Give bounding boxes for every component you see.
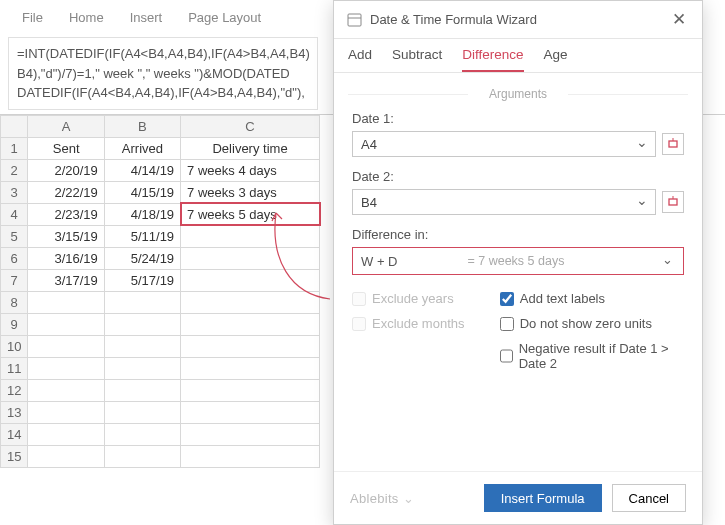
cell[interactable]	[181, 335, 320, 357]
cell[interactable]	[28, 401, 104, 423]
cell[interactable]	[104, 379, 180, 401]
date2-label: Date 2:	[352, 169, 684, 184]
cell[interactable]: 5/24/19	[104, 247, 180, 269]
cell[interactable]: 3/16/19	[28, 247, 104, 269]
row-header[interactable]: 14	[1, 423, 28, 445]
calendar-icon	[346, 12, 362, 28]
cell[interactable]: 7 weeks 3 days	[181, 181, 320, 203]
brand-menu[interactable]: Ablebits	[350, 491, 414, 506]
difference-in-value: W + D	[361, 254, 397, 269]
formula-bar[interactable]: =INT(DATEDIF(IF(A4<B4,A4,B4),IF(A4>B4,A4…	[8, 37, 318, 110]
row-header[interactable]: 9	[1, 313, 28, 335]
cell[interactable]	[104, 357, 180, 379]
close-button[interactable]: ✕	[668, 9, 690, 30]
date2-input[interactable]	[352, 189, 656, 215]
negative-result-checkbox[interactable]: Negative result if Date 1 > Date 2	[500, 341, 684, 371]
cell[interactable]: Delivery time	[181, 137, 320, 159]
cell[interactable]	[28, 445, 104, 467]
svg-rect-3	[669, 199, 677, 205]
tab-difference[interactable]: Difference	[462, 47, 523, 72]
add-text-labels-label: Add text labels	[520, 291, 605, 306]
row-header[interactable]: 5	[1, 225, 28, 247]
row-header[interactable]: 13	[1, 401, 28, 423]
row-header[interactable]: 10	[1, 335, 28, 357]
row-header[interactable]: 15	[1, 445, 28, 467]
cell[interactable]	[28, 423, 104, 445]
cell[interactable]	[28, 291, 104, 313]
selected-cell[interactable]: 7 weeks 5 days	[181, 203, 320, 225]
tab-subtract[interactable]: Subtract	[392, 47, 442, 72]
cell[interactable]: 3/15/19	[28, 225, 104, 247]
row-header[interactable]: 4	[1, 203, 28, 225]
row-header[interactable]: 7	[1, 269, 28, 291]
cell[interactable]: 3/17/19	[28, 269, 104, 291]
no-zero-units-checkbox[interactable]: Do not show zero units	[500, 316, 684, 331]
cell[interactable]	[181, 445, 320, 467]
cell[interactable]	[181, 247, 320, 269]
row-header[interactable]: 8	[1, 291, 28, 313]
cell[interactable]	[104, 423, 180, 445]
cell[interactable]	[181, 313, 320, 335]
row-header[interactable]: 2	[1, 159, 28, 181]
cell[interactable]	[181, 423, 320, 445]
cell[interactable]	[181, 357, 320, 379]
wizard-tabs: Add Subtract Difference Age	[334, 39, 702, 73]
cell[interactable]: 7 weeks 4 days	[181, 159, 320, 181]
ribbon-tab-file[interactable]: File	[22, 10, 43, 25]
cell[interactable]	[181, 269, 320, 291]
cell[interactable]	[104, 445, 180, 467]
cell[interactable]	[28, 335, 104, 357]
cancel-button[interactable]: Cancel	[612, 484, 686, 512]
cell[interactable]: Arrived	[104, 137, 180, 159]
row-header[interactable]: 1	[1, 137, 28, 159]
cell[interactable]: 5/11/19	[104, 225, 180, 247]
wizard-title: Date & Time Formula Wizard	[370, 12, 537, 27]
row-header[interactable]: 6	[1, 247, 28, 269]
cell[interactable]	[181, 401, 320, 423]
exclude-months-checkbox[interactable]: Exclude months	[352, 316, 494, 331]
insert-formula-button[interactable]: Insert Formula	[484, 484, 602, 512]
cell[interactable]: 4/14/19	[104, 159, 180, 181]
tab-add[interactable]: Add	[348, 47, 372, 72]
cell[interactable]	[104, 401, 180, 423]
exclude-years-label: Exclude years	[372, 291, 454, 306]
difference-in-select[interactable]: W + D = 7 weeks 5 days	[352, 247, 684, 275]
ribbon-tab-insert[interactable]: Insert	[130, 10, 163, 25]
cell[interactable]: Sent	[28, 137, 104, 159]
date1-input[interactable]	[352, 131, 656, 157]
cell[interactable]	[104, 291, 180, 313]
cell[interactable]: 2/20/19	[28, 159, 104, 181]
range-picker-button[interactable]	[662, 133, 684, 155]
cell[interactable]	[28, 379, 104, 401]
cell[interactable]: 2/23/19	[28, 203, 104, 225]
col-header-a[interactable]: A	[28, 115, 104, 137]
negative-result-label: Negative result if Date 1 > Date 2	[519, 341, 684, 371]
cell[interactable]: 2/22/19	[28, 181, 104, 203]
svg-rect-2	[669, 141, 677, 147]
row-header[interactable]: 3	[1, 181, 28, 203]
cell[interactable]	[104, 335, 180, 357]
tab-age[interactable]: Age	[544, 47, 568, 72]
range-picker-button[interactable]	[662, 191, 684, 213]
row-header[interactable]: 11	[1, 357, 28, 379]
cell[interactable]	[104, 313, 180, 335]
add-text-labels-checkbox[interactable]: Add text labels	[500, 291, 684, 306]
cell[interactable]: 5/17/19	[104, 269, 180, 291]
difference-in-preview: = 7 weeks 5 days	[467, 254, 564, 268]
date1-label: Date 1:	[352, 111, 684, 126]
ribbon-tab-pagelayout[interactable]: Page Layout	[188, 10, 261, 25]
exclude-years-checkbox[interactable]: Exclude years	[352, 291, 494, 306]
cell[interactable]	[181, 379, 320, 401]
cell[interactable]: 4/18/19	[104, 203, 180, 225]
cell[interactable]	[28, 313, 104, 335]
cell[interactable]	[181, 291, 320, 313]
select-all-corner[interactable]	[1, 115, 28, 137]
cell[interactable]: 4/15/19	[104, 181, 180, 203]
cell[interactable]	[28, 357, 104, 379]
col-header-b[interactable]: B	[104, 115, 180, 137]
cell[interactable]	[181, 225, 320, 247]
ribbon-tab-home[interactable]: Home	[69, 10, 104, 25]
svg-rect-0	[348, 14, 361, 26]
row-header[interactable]: 12	[1, 379, 28, 401]
col-header-c[interactable]: C	[181, 115, 320, 137]
